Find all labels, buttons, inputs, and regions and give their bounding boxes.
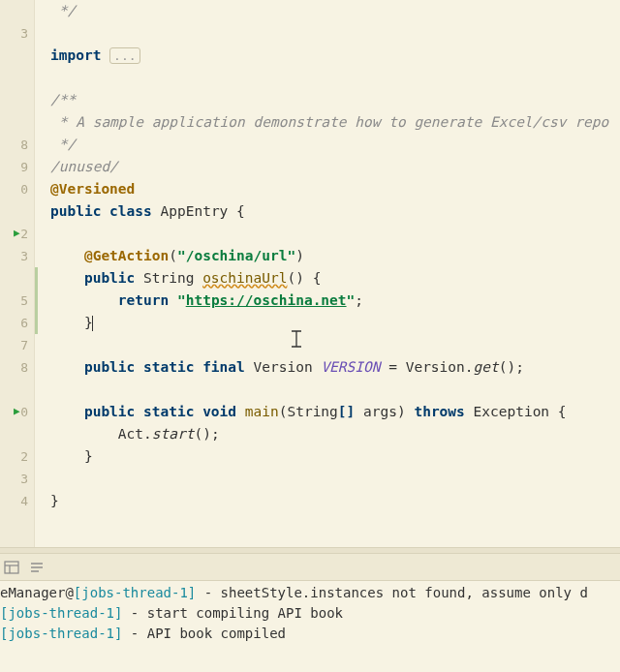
console-line: eManager@[jobs-thread-1] - sheetStyle.in… (0, 583, 620, 603)
code-line[interactable]: * A sample application demonstrate how t… (50, 111, 620, 134)
line-number: 3 (0, 22, 34, 45)
line-number (0, 111, 34, 134)
line-number (0, 267, 34, 290)
console-line: [jobs-thread-1] - API book compiled (0, 624, 620, 644)
line-number: 3 (0, 468, 34, 490)
code-token: ) (295, 248, 304, 263)
code-token: public class (50, 203, 161, 219)
code-token (50, 270, 84, 286)
code-line[interactable]: /** (50, 89, 620, 111)
code-token: /unused/ (50, 159, 118, 174)
code-token: oschinaUrl (202, 270, 287, 286)
code-line[interactable]: } (50, 490, 620, 512)
code-line[interactable] (50, 379, 620, 401)
line-number: 0 (0, 178, 34, 200)
code-token: VERSION (321, 359, 380, 375)
code-token: Version (254, 359, 322, 375)
code-token: return (118, 292, 177, 308)
code-line[interactable]: } (50, 312, 620, 334)
code-token: " (347, 292, 356, 308)
console-token: [jobs-thread-1] (0, 605, 122, 621)
code-line[interactable]: */ (50, 134, 620, 156)
code-token (50, 404, 84, 419)
code-token: () (287, 270, 312, 286)
run-gutter-icon[interactable]: ▶ (14, 227, 20, 239)
svg-rect-0 (5, 562, 18, 573)
line-number: 5 (0, 290, 34, 312)
code-token: @Versioned (50, 181, 135, 197)
code-token (92, 316, 93, 331)
line-number (0, 89, 34, 111)
code-line[interactable] (50, 223, 620, 245)
code-token: (String (279, 404, 338, 419)
line-number (0, 200, 34, 223)
code-token: Exception (474, 404, 558, 419)
code-token: start (152, 426, 195, 442)
code-line[interactable] (50, 512, 620, 535)
code-line[interactable]: import ... (50, 45, 620, 67)
code-token: { (236, 203, 245, 219)
code-token: (); (194, 426, 219, 442)
code-token: AppEntry (161, 203, 237, 219)
console-line: [jobs-thread-1] - start compiling API bo… (0, 603, 620, 624)
line-number: 4 (0, 490, 34, 512)
gutter[interactable]: 38902356780234▶▶ (0, 0, 35, 547)
code-token: } (50, 448, 93, 464)
line-number (0, 379, 34, 401)
code-token (50, 248, 84, 263)
code-token: " (177, 292, 186, 308)
code-token (50, 359, 84, 375)
code-line[interactable]: */ (50, 0, 620, 22)
code-token: ) (397, 404, 414, 419)
code-area[interactable]: */import .../** * A sample application d… (35, 0, 620, 547)
code-token: @GetAction (84, 248, 169, 263)
code-line[interactable] (50, 468, 620, 490)
line-number: 7 (0, 334, 34, 356)
code-line[interactable]: Act.start(); (50, 423, 620, 445)
code-line[interactable] (50, 67, 620, 89)
code-token: String (143, 270, 202, 286)
code-line[interactable]: /unused/ (50, 156, 620, 178)
console-token: - start compiling API book (122, 605, 343, 621)
code-line[interactable] (50, 334, 620, 356)
console-output[interactable]: eManager@[jobs-thread-1] - sheetStyle.in… (0, 581, 620, 670)
code-token: Act. (50, 426, 152, 442)
code-token: get (474, 359, 499, 375)
code-line[interactable]: public class AppEntry { (50, 200, 620, 223)
console-token: [jobs-thread-1] (74, 585, 196, 600)
code-token: ( (169, 248, 177, 263)
code-token: throws (414, 404, 473, 419)
code-line[interactable]: } (50, 445, 620, 468)
code-token (50, 292, 118, 308)
code-token: { (558, 404, 567, 419)
code-line[interactable]: public String oschinaUrl() { (50, 267, 620, 290)
code-token: */ (50, 3, 76, 18)
code-token: = Version. (380, 359, 473, 375)
code-token: /** (50, 92, 76, 107)
code-line[interactable]: public static final Version VERSION = Ve… (50, 356, 620, 379)
code-token: public static void (84, 404, 245, 419)
code-token: */ (50, 137, 76, 152)
code-token: (); (499, 359, 524, 375)
code-line[interactable]: public static void main(String[] args) t… (50, 401, 620, 423)
code-line[interactable]: return "https://oschina.net"; (50, 290, 620, 312)
line-number (0, 67, 34, 89)
line-number: 8 (0, 134, 34, 156)
run-gutter-icon[interactable]: ▶ (14, 405, 20, 417)
pane-splitter[interactable] (0, 547, 620, 554)
soft-wrap-icon[interactable] (29, 560, 45, 575)
console-token: - API book compiled (122, 626, 286, 641)
line-number: 9 (0, 156, 34, 178)
code-token: { (313, 270, 322, 286)
code-line[interactable] (50, 22, 620, 45)
code-token: import (50, 47, 109, 63)
line-number: 8 (0, 356, 34, 379)
code-token: main (245, 404, 279, 419)
line-number (0, 512, 34, 535)
layout-icon[interactable] (4, 560, 19, 575)
code-line[interactable]: @Versioned (50, 178, 620, 200)
code-line[interactable]: @GetAction("/oschina/url") (50, 245, 620, 267)
code-token: public (84, 270, 143, 286)
editor-area[interactable]: 38902356780234▶▶ */import .../** * A sam… (0, 0, 620, 547)
console-token: [jobs-thread-1] (0, 626, 122, 641)
